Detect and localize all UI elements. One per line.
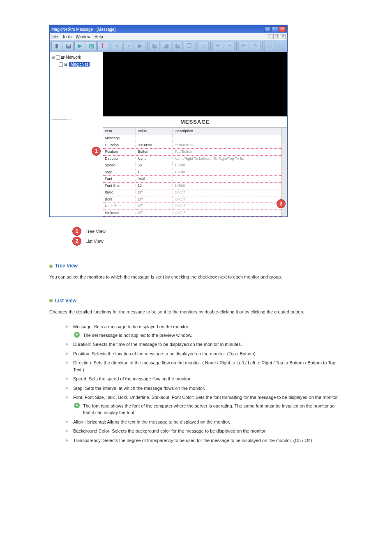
add-page-icon[interactable]: ▫ bbox=[112, 41, 122, 51]
grid-row[interactable]: Speed501~100 bbox=[103, 162, 287, 169]
layer-icon[interactable]: ▦ bbox=[149, 41, 160, 51]
del-page-icon[interactable]: ▫ bbox=[123, 41, 134, 51]
toolbar-sep bbox=[147, 41, 148, 51]
grid-desc bbox=[173, 176, 287, 182]
grid-desc: HH/MM/SS bbox=[173, 142, 287, 149]
titlebar-text: MagicNetPro Message - [Message] bbox=[51, 26, 264, 32]
list-item: Transparency: Selects the degree of tran… bbox=[66, 437, 343, 444]
grid-value[interactable]: None bbox=[136, 156, 173, 162]
grid-row[interactable]: UnderlineOffOn/Off bbox=[103, 203, 287, 210]
grid-item: Speed bbox=[103, 162, 136, 169]
grid-item: Position bbox=[103, 149, 136, 155]
toolbar-sep bbox=[262, 41, 263, 51]
mdi-minimize[interactable]: — bbox=[267, 34, 272, 39]
grid-value[interactable]: 00:30:00 bbox=[136, 142, 173, 149]
tree-dots: ································· ·· bbox=[51, 117, 101, 122]
mdi-restore[interactable]: ❐ bbox=[273, 34, 279, 39]
grid-desc: None/Right To Left/Left To Right/Top To … bbox=[173, 156, 287, 162]
legend-num: 1 bbox=[72, 227, 81, 236]
list-item: Align Horizontal: Aligns the text in the… bbox=[66, 419, 343, 426]
grid-row[interactable]: Duration00:30:00HH/MM/SS bbox=[103, 142, 287, 149]
window-buttons: — ▢ ✕ bbox=[264, 26, 286, 32]
text-icon[interactable]: T bbox=[97, 41, 108, 51]
menu-window[interactable]: Window bbox=[76, 34, 90, 40]
grid-row[interactable]: DirectionNoneNone/Right To Left/Left To … bbox=[103, 156, 287, 163]
legend-num: 2 bbox=[72, 237, 81, 246]
grid-value[interactable] bbox=[136, 135, 173, 142]
grid-item: Font bbox=[103, 176, 136, 182]
zoom-out-icon[interactable]: − bbox=[224, 41, 235, 51]
screen2-icon[interactable]: ▤ bbox=[63, 41, 74, 51]
callout-2: 2 bbox=[277, 199, 286, 208]
grid-row[interactable]: PositionBottomTop/Bottom bbox=[103, 149, 287, 156]
list-item: Message: Sets a message to be displayed … bbox=[66, 323, 343, 339]
grid-item: Strikeout bbox=[103, 210, 136, 216]
minimize-button[interactable]: — bbox=[264, 26, 271, 32]
play-icon[interactable]: ▶ bbox=[74, 41, 85, 51]
mdi-close[interactable]: ✕ bbox=[280, 34, 286, 39]
grid-desc: 1~100 bbox=[173, 169, 287, 176]
grid-item: Font Size bbox=[103, 183, 136, 189]
grid-row[interactable]: StrikeoutOffOn/Off bbox=[103, 210, 287, 217]
message-header: MESSAGE bbox=[103, 116, 287, 127]
grid-row[interactable]: BoldOffOn/Off bbox=[103, 196, 287, 203]
grid-desc: On/Off bbox=[173, 210, 287, 216]
list-item: Direction: Sets the direction of the mes… bbox=[66, 359, 343, 373]
grid-value[interactable]: Off bbox=[136, 189, 173, 196]
app-window: MagicNetPro Message - [Message] — ▢ ✕ Fi… bbox=[49, 25, 288, 217]
grid-row[interactable]: Font Size121~500 bbox=[103, 183, 287, 190]
list-subitem: The set message is not applied to the pr… bbox=[73, 332, 343, 339]
toolbar-sep bbox=[110, 41, 110, 51]
ungroup-icon[interactable]: ▦ bbox=[172, 41, 183, 51]
tree-child[interactable]: 🖥 MagicNet bbox=[51, 61, 101, 68]
legend-row: 1Tree View bbox=[72, 227, 343, 236]
grid-value[interactable]: 50 bbox=[136, 162, 173, 169]
menu-bar: File Tools Window Help — ❐ ✕ bbox=[50, 33, 287, 40]
group-icon[interactable]: ▦ bbox=[161, 41, 171, 51]
titlebar: MagicNetPro Message - [Message] — ▢ ✕ bbox=[50, 25, 287, 33]
grid-value[interactable]: Off bbox=[136, 196, 173, 203]
grid-row[interactable]: Step11~100 bbox=[103, 169, 287, 176]
tree-root[interactable]: ⊟ 🖳 Network bbox=[51, 54, 101, 61]
legend: 1Tree View2List View bbox=[72, 227, 343, 246]
grid-value[interactable]: Off bbox=[136, 210, 173, 216]
legend-row: 2List View bbox=[72, 237, 343, 246]
copy-icon[interactable]: ❐ bbox=[184, 41, 194, 51]
redo-icon[interactable]: ↷ bbox=[250, 41, 261, 51]
info-icon[interactable]: ⓘ bbox=[264, 41, 275, 51]
grid-value[interactable]: Arial bbox=[136, 176, 173, 182]
close-button[interactable]: ✕ bbox=[279, 26, 286, 32]
diamond-icon[interactable]: ◇ bbox=[198, 41, 209, 51]
toolbar-sep bbox=[210, 41, 211, 51]
toolbar-sep bbox=[236, 41, 237, 51]
grid-row[interactable]: ItallicOffOn/Off bbox=[103, 189, 287, 196]
maximize-button[interactable]: ▢ bbox=[272, 26, 278, 32]
section-list-body: Changes the detailed functions for the m… bbox=[49, 309, 343, 315]
col-item: Item bbox=[103, 128, 136, 135]
zoom-in-icon[interactable]: + bbox=[212, 41, 223, 51]
grid-item: Duration bbox=[103, 142, 136, 149]
toolbar-sep bbox=[196, 41, 196, 51]
monitor-icon[interactable]: ▮ bbox=[51, 41, 62, 51]
list-item: Position: Selects the location of the me… bbox=[66, 350, 343, 357]
schedule-icon[interactable]: ▧ bbox=[86, 41, 97, 51]
grid-value[interactable]: Bottom bbox=[136, 149, 173, 155]
play2-icon[interactable]: ▶ bbox=[135, 41, 145, 51]
undo-icon[interactable]: ↶ bbox=[238, 41, 249, 51]
grid-value[interactable]: Off bbox=[136, 203, 173, 210]
right-pane: MESSAGE Item Value Description MessageDu… bbox=[103, 52, 287, 216]
grid-desc: 1~500 bbox=[173, 183, 287, 189]
grid-row[interactable]: FontArial bbox=[103, 176, 287, 183]
grid-row[interactable]: Message bbox=[103, 135, 287, 142]
section-list-head: List View bbox=[49, 297, 343, 304]
menu-file[interactable]: File bbox=[51, 34, 58, 40]
grid-item: Message bbox=[103, 135, 136, 142]
grid-item: Direction bbox=[103, 156, 136, 162]
app-body: ⊟ 🖳 Network 🖥 MagicNet ·················… bbox=[50, 52, 287, 216]
grid-value[interactable]: 12 bbox=[136, 183, 173, 189]
grid-value[interactable]: 1 bbox=[136, 169, 173, 176]
menu-help[interactable]: Help bbox=[95, 34, 103, 40]
menu-tools[interactable]: Tools bbox=[62, 34, 71, 40]
legend-label: Tree View bbox=[85, 228, 106, 235]
grid-desc: 1~100 bbox=[173, 162, 287, 169]
